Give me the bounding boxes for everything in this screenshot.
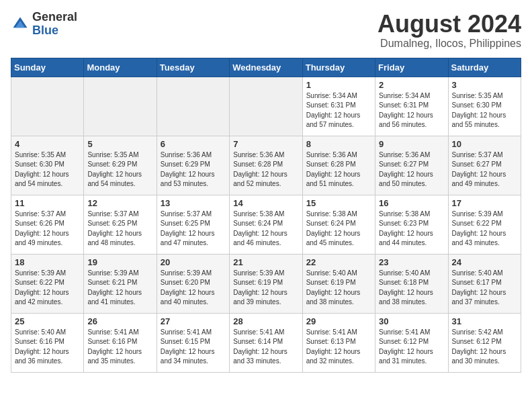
- calendar-cell: 8Sunrise: 5:36 AM Sunset: 6:28 PM Daylig…: [302, 136, 375, 195]
- week-row-5: 25Sunrise: 5:40 AM Sunset: 6:16 PM Dayli…: [11, 313, 521, 372]
- calendar-cell: 10Sunrise: 5:37 AM Sunset: 6:27 PM Dayli…: [448, 136, 521, 195]
- calendar-cell: 12Sunrise: 5:37 AM Sunset: 6:25 PM Dayli…: [84, 195, 157, 254]
- day-info: Sunrise: 5:34 AM Sunset: 6:31 PM Dayligh…: [379, 91, 444, 130]
- day-info: Sunrise: 5:38 AM Sunset: 6:23 PM Dayligh…: [379, 210, 444, 248]
- day-number: 19: [87, 257, 152, 267]
- day-number: 30: [379, 316, 444, 326]
- calendar-cell: 1Sunrise: 5:34 AM Sunset: 6:31 PM Daylig…: [302, 77, 375, 136]
- calendar-cell: 11Sunrise: 5:37 AM Sunset: 6:26 PM Dayli…: [11, 195, 84, 254]
- day-info: Sunrise: 5:39 AM Sunset: 6:20 PM Dayligh…: [161, 269, 226, 308]
- calendar-cell: 16Sunrise: 5:38 AM Sunset: 6:23 PM Dayli…: [375, 195, 448, 254]
- calendar-cell: 25Sunrise: 5:40 AM Sunset: 6:16 PM Dayli…: [11, 313, 84, 372]
- day-number: 4: [15, 139, 80, 149]
- day-info: Sunrise: 5:42 AM Sunset: 6:12 PM Dayligh…: [452, 328, 517, 367]
- calendar-cell: [230, 77, 302, 136]
- day-info: Sunrise: 5:41 AM Sunset: 6:15 PM Dayligh…: [161, 328, 226, 367]
- calendar-table: SundayMondayTuesdayWednesdayThursdayFrid…: [11, 58, 521, 373]
- week-row-3: 11Sunrise: 5:37 AM Sunset: 6:26 PM Dayli…: [11, 195, 521, 254]
- day-number: 5: [87, 139, 152, 149]
- calendar-cell: 27Sunrise: 5:41 AM Sunset: 6:15 PM Dayli…: [157, 313, 229, 372]
- day-info: Sunrise: 5:37 AM Sunset: 6:25 PM Dayligh…: [87, 210, 152, 248]
- day-number: 28: [233, 316, 298, 326]
- calendar-cell: 2Sunrise: 5:34 AM Sunset: 6:31 PM Daylig…: [375, 77, 448, 136]
- day-info: Sunrise: 5:40 AM Sunset: 6:17 PM Dayligh…: [452, 269, 517, 308]
- calendar-cell: 21Sunrise: 5:39 AM Sunset: 6:19 PM Dayli…: [230, 254, 302, 313]
- calendar-cell: 13Sunrise: 5:37 AM Sunset: 6:25 PM Dayli…: [157, 195, 229, 254]
- day-number: 18: [15, 257, 80, 267]
- calendar-body: 1Sunrise: 5:34 AM Sunset: 6:31 PM Daylig…: [11, 77, 521, 372]
- day-info: Sunrise: 5:39 AM Sunset: 6:21 PM Dayligh…: [87, 269, 152, 308]
- calendar-cell: 15Sunrise: 5:38 AM Sunset: 6:24 PM Dayli…: [302, 195, 375, 254]
- calendar-cell: 18Sunrise: 5:39 AM Sunset: 6:22 PM Dayli…: [11, 254, 84, 313]
- calendar-cell: [11, 77, 84, 136]
- logo-text: General Blue: [32, 11, 77, 38]
- day-number: 9: [379, 139, 444, 149]
- day-info: Sunrise: 5:39 AM Sunset: 6:22 PM Dayligh…: [15, 269, 80, 308]
- month-year: August 2024: [378, 11, 521, 38]
- day-number: 7: [233, 139, 298, 149]
- week-row-1: 1Sunrise: 5:34 AM Sunset: 6:31 PM Daylig…: [11, 77, 521, 136]
- day-info: Sunrise: 5:36 AM Sunset: 6:29 PM Dayligh…: [161, 150, 226, 189]
- day-info: Sunrise: 5:35 AM Sunset: 6:29 PM Dayligh…: [87, 150, 152, 189]
- day-number: 2: [379, 80, 444, 90]
- day-info: Sunrise: 5:34 AM Sunset: 6:31 PM Dayligh…: [306, 91, 371, 130]
- day-number: 13: [161, 198, 226, 208]
- calendar-cell: 14Sunrise: 5:38 AM Sunset: 6:24 PM Dayli…: [230, 195, 302, 254]
- day-number: 3: [452, 80, 517, 90]
- calendar-cell: 3Sunrise: 5:35 AM Sunset: 6:30 PM Daylig…: [448, 77, 521, 136]
- title-block: August 2024 Dumalneg, Ilocos, Philippine…: [378, 11, 521, 50]
- day-info: Sunrise: 5:40 AM Sunset: 6:19 PM Dayligh…: [306, 269, 371, 308]
- day-number: 25: [15, 316, 80, 326]
- day-info: Sunrise: 5:38 AM Sunset: 6:24 PM Dayligh…: [233, 210, 298, 248]
- logo-general: General: [32, 10, 77, 24]
- calendar-cell: 28Sunrise: 5:41 AM Sunset: 6:14 PM Dayli…: [230, 313, 302, 372]
- day-info: Sunrise: 5:41 AM Sunset: 6:12 PM Dayligh…: [379, 328, 444, 367]
- calendar-cell: 6Sunrise: 5:36 AM Sunset: 6:29 PM Daylig…: [157, 136, 229, 195]
- calendar-cell: 9Sunrise: 5:36 AM Sunset: 6:27 PM Daylig…: [375, 136, 448, 195]
- day-info: Sunrise: 5:37 AM Sunset: 6:26 PM Dayligh…: [15, 210, 80, 248]
- calendar-cell: 7Sunrise: 5:36 AM Sunset: 6:28 PM Daylig…: [230, 136, 302, 195]
- logo-icon: [11, 15, 30, 34]
- day-number: 12: [87, 198, 152, 208]
- day-number: 11: [15, 198, 80, 208]
- weekday-header-thursday: Thursday: [302, 58, 375, 77]
- weekday-header-friday: Friday: [375, 58, 448, 77]
- calendar-cell: 26Sunrise: 5:41 AM Sunset: 6:16 PM Dayli…: [84, 313, 157, 372]
- day-info: Sunrise: 5:37 AM Sunset: 6:27 PM Dayligh…: [452, 150, 517, 189]
- calendar-cell: 5Sunrise: 5:35 AM Sunset: 6:29 PM Daylig…: [84, 136, 157, 195]
- day-info: Sunrise: 5:39 AM Sunset: 6:19 PM Dayligh…: [233, 269, 298, 308]
- day-number: 8: [306, 139, 371, 149]
- weekday-header-wednesday: Wednesday: [230, 58, 302, 77]
- day-number: 31: [452, 316, 517, 326]
- week-row-4: 18Sunrise: 5:39 AM Sunset: 6:22 PM Dayli…: [11, 254, 521, 313]
- day-info: Sunrise: 5:36 AM Sunset: 6:28 PM Dayligh…: [306, 150, 371, 189]
- day-number: 20: [161, 257, 226, 267]
- calendar-cell: 17Sunrise: 5:39 AM Sunset: 6:22 PM Dayli…: [448, 195, 521, 254]
- weekday-header-tuesday: Tuesday: [157, 58, 229, 77]
- calendar-cell: 23Sunrise: 5:40 AM Sunset: 6:18 PM Dayli…: [375, 254, 448, 313]
- day-info: Sunrise: 5:36 AM Sunset: 6:27 PM Dayligh…: [379, 150, 444, 189]
- day-info: Sunrise: 5:35 AM Sunset: 6:30 PM Dayligh…: [15, 150, 80, 189]
- calendar-cell: 29Sunrise: 5:41 AM Sunset: 6:13 PM Dayli…: [302, 313, 375, 372]
- calendar-cell: 4Sunrise: 5:35 AM Sunset: 6:30 PM Daylig…: [11, 136, 84, 195]
- calendar-cell: 22Sunrise: 5:40 AM Sunset: 6:19 PM Dayli…: [302, 254, 375, 313]
- page-header: General Blue August 2024 Dumalneg, Iloco…: [11, 11, 521, 50]
- calendar-cell: 19Sunrise: 5:39 AM Sunset: 6:21 PM Dayli…: [84, 254, 157, 313]
- day-info: Sunrise: 5:36 AM Sunset: 6:28 PM Dayligh…: [233, 150, 298, 189]
- calendar-header: SundayMondayTuesdayWednesdayThursdayFrid…: [11, 58, 521, 77]
- day-info: Sunrise: 5:40 AM Sunset: 6:16 PM Dayligh…: [15, 328, 80, 367]
- day-number: 6: [161, 139, 226, 149]
- calendar-cell: [157, 77, 229, 136]
- logo-blue: Blue: [32, 24, 58, 37]
- day-info: Sunrise: 5:39 AM Sunset: 6:22 PM Dayligh…: [452, 210, 517, 248]
- weekday-header-saturday: Saturday: [448, 58, 521, 77]
- day-number: 14: [233, 198, 298, 208]
- day-number: 16: [379, 198, 444, 208]
- day-info: Sunrise: 5:38 AM Sunset: 6:24 PM Dayligh…: [306, 210, 371, 248]
- location: Dumalneg, Ilocos, Philippines: [378, 38, 521, 50]
- weekday-header-row: SundayMondayTuesdayWednesdayThursdayFrid…: [11, 58, 521, 77]
- day-number: 21: [233, 257, 298, 267]
- day-info: Sunrise: 5:37 AM Sunset: 6:25 PM Dayligh…: [161, 210, 226, 248]
- weekday-header-sunday: Sunday: [11, 58, 84, 77]
- day-number: 27: [161, 316, 226, 326]
